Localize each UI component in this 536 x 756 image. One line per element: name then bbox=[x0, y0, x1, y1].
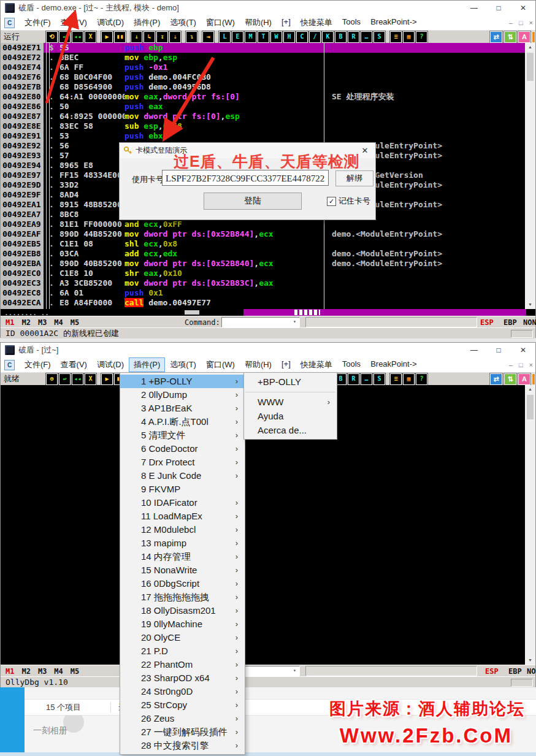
mdi-close-button[interactable]: × bbox=[529, 361, 533, 368]
menubar-item-9[interactable]: Tools bbox=[337, 357, 366, 372]
menubar-item-5[interactable]: 窗口(W) bbox=[201, 15, 240, 30]
view-executables-button[interactable]: E bbox=[232, 31, 243, 43]
view-source-button[interactable]: S bbox=[373, 31, 385, 43]
disasm-row[interactable]: 00492E87.64:8925 00000000mov dword ptr f… bbox=[1, 112, 526, 121]
help-icon[interactable]: ? bbox=[416, 31, 427, 43]
plugin-menu-item-5[interactable]: 5 清理文件› bbox=[120, 429, 245, 442]
menubar-item-8[interactable]: 快捷菜单 bbox=[296, 15, 337, 30]
help-icon[interactable]: ? bbox=[416, 373, 427, 385]
plugin-menu-item-16[interactable]: 16 0DbgScript› bbox=[120, 577, 245, 590]
plugin-menu-item-1[interactable]: 1 +BP-OLLY› bbox=[120, 375, 245, 388]
menubar-item-2[interactable]: 调试(D) bbox=[92, 357, 129, 372]
scrollbar-thumb[interactable] bbox=[527, 395, 534, 419]
appearance-icon[interactable]: ▦ bbox=[403, 373, 415, 385]
menubar-item-9[interactable]: Tools bbox=[337, 15, 366, 30]
trace-over-icon[interactable]: ⇣ bbox=[169, 31, 181, 43]
scroll-down-icon[interactable]: ▼ bbox=[528, 300, 532, 309]
memory-tab-M2[interactable]: M2 bbox=[21, 318, 30, 327]
view-runtrace-button[interactable]: … bbox=[361, 373, 372, 385]
combo-dropdown-icon[interactable]: ▾ bbox=[291, 666, 299, 674]
view-log-button[interactable]: L bbox=[219, 31, 231, 43]
plugin-menu-item-21[interactable]: 21 P.D› bbox=[120, 644, 245, 658]
disasm-row[interactable]: 00492EBA.890D 40B85200mov dword ptr ds:[… bbox=[1, 259, 526, 269]
menubar-item-7[interactable]: [+] bbox=[277, 357, 296, 372]
disasm-row[interactable]: 00492EC8.6A 01push 0x1 bbox=[1, 288, 526, 298]
view-references-button[interactable]: R bbox=[348, 31, 359, 43]
menubar-item-10[interactable]: BreakPoint-> bbox=[366, 15, 422, 30]
plugin-menu-item-17[interactable]: 17 拖拖拖拖拖拽› bbox=[120, 590, 245, 604]
plugin-menu-item-7[interactable]: 7 Drx Protect› bbox=[120, 456, 245, 469]
titlebar-top[interactable]: 破盾 - demo.exe - [过~ - 主线程, 模块 - demo] — … bbox=[1, 1, 535, 15]
memory-tab-M3[interactable]: M3 bbox=[38, 318, 47, 327]
menubar-item-10[interactable]: BreakPoint-> bbox=[366, 357, 422, 372]
debug-options-icon[interactable]: ≡ bbox=[390, 373, 402, 385]
sync-icon[interactable]: ⇄ bbox=[490, 373, 502, 385]
memory-tab-M4[interactable]: M4 bbox=[54, 667, 63, 676]
disasm-row[interactable]: 00492E80.64:A1 00000000mov eax,dword ptr… bbox=[1, 92, 526, 102]
appearance-icon[interactable]: ▦ bbox=[403, 31, 415, 43]
plugin-submenu-item-2[interactable]: WWW› bbox=[244, 395, 337, 409]
disasm-row[interactable]: 00492E86.50push eax bbox=[1, 102, 526, 112]
step-over-icon[interactable]: ↳ bbox=[144, 31, 155, 43]
disasm-row[interactable]: 00492E7B.68 D8564900push demo.004956D8 bbox=[1, 82, 526, 92]
plugin-menu-item-6[interactable]: 6 CodeDoctor› bbox=[120, 442, 245, 456]
plugin-menu-item-14[interactable]: 14 内存管理› bbox=[120, 550, 245, 563]
cpu-vertical-scrollbar[interactable]: ▲ ▼ bbox=[525, 385, 535, 665]
plugin-menu-item-18[interactable]: 18 OllyDisasm201› bbox=[120, 604, 245, 617]
disasm-row[interactable]: 00492E74.6A FFpush -0x1 bbox=[1, 63, 526, 72]
debug-options-icon[interactable]: ≡ bbox=[390, 31, 402, 43]
menubar-item-8[interactable]: 快捷菜单 bbox=[296, 357, 337, 372]
disasm-row[interactable]: 00492EB8.03CAadd ecx,edxdemo.<ModuleEntr… bbox=[1, 249, 526, 259]
goto-icon[interactable]: ⇥ bbox=[202, 31, 214, 43]
plugin-menu-item-15[interactable]: 15 NonaWrite› bbox=[120, 563, 245, 577]
view-references-button[interactable]: R bbox=[348, 373, 359, 385]
view-callstack-button[interactable]: K bbox=[322, 31, 334, 43]
view-threads-button[interactable]: T bbox=[258, 31, 269, 43]
memory-tab-M1[interactable]: M1 bbox=[6, 318, 14, 327]
mdi-restore-button[interactable]: □ bbox=[519, 19, 523, 26]
menubar-item-6[interactable]: 帮助(H) bbox=[240, 15, 277, 30]
plugin-menu-item-26[interactable]: 26 Zeus› bbox=[120, 712, 245, 725]
menubar-item-2[interactable]: 调试(D) bbox=[92, 15, 129, 30]
menubar-item-4[interactable]: 选项(T) bbox=[165, 15, 201, 30]
plugin-menu-item-19[interactable]: 19 0llyMachine› bbox=[120, 617, 245, 631]
memory-tab-M5[interactable]: M5 bbox=[71, 667, 79, 676]
plugin-submenu-item-3[interactable]: Ayuda bbox=[244, 409, 337, 423]
mdi-minimize-button[interactable]: – bbox=[509, 361, 513, 368]
menubar-item-3[interactable]: 插件(P) bbox=[129, 357, 165, 372]
rewind-icon[interactable]: ◂◂ bbox=[72, 31, 83, 43]
close-icon[interactable]: X bbox=[85, 31, 96, 43]
memory-tab-M1[interactable]: M1 bbox=[6, 667, 14, 676]
view-cpu-button[interactable]: C bbox=[296, 31, 308, 43]
view-breakpoints-button[interactable]: B bbox=[335, 31, 346, 43]
disasm-row[interactable]: 00492E76.68 B0C04F00push demo.004FC0B0 bbox=[1, 72, 526, 82]
disasm-row[interactable]: 00492ECA.E8 A84F0000call demo.00497E77 bbox=[1, 298, 526, 308]
view-memory-button[interactable]: M bbox=[245, 31, 256, 43]
menubar-item-6[interactable]: 帮助(H) bbox=[240, 357, 277, 372]
memory-tab-M3[interactable]: M3 bbox=[38, 667, 47, 676]
memory-tab-M4[interactable]: M4 bbox=[54, 318, 63, 327]
menubar-item-0[interactable]: 文件(F) bbox=[20, 357, 56, 372]
unbind-button[interactable]: 解绑 bbox=[335, 170, 373, 186]
mdi-close-button[interactable]: × bbox=[529, 19, 533, 26]
cpu-window-icon[interactable]: C bbox=[4, 18, 15, 28]
menubar-item-0[interactable]: 文件(F) bbox=[20, 15, 56, 30]
updown-icon[interactable]: ⇅ bbox=[504, 373, 516, 385]
plugin-menu-item-27[interactable]: 27 一键到解码段插件› bbox=[120, 725, 245, 739]
plugin-menu-item-13[interactable]: 13 mapimp› bbox=[120, 536, 245, 550]
plugin-menu-item-24[interactable]: 24 Str0ng0D› bbox=[120, 685, 245, 698]
memory-tab-M2[interactable]: M2 bbox=[21, 667, 30, 676]
run-icon[interactable]: ▶ bbox=[101, 31, 113, 43]
a-icon[interactable]: A bbox=[518, 31, 530, 43]
plugin-menu-item-8[interactable]: 8 E Junk Code› bbox=[120, 469, 245, 483]
pause-icon[interactable]: ▮▮ bbox=[114, 31, 126, 43]
disasm-row[interactable]: 00492EB5.C1E1 08shl ecx,0x8 bbox=[1, 239, 526, 249]
disasm-row[interactable]: 00492E71$55push ebp bbox=[1, 43, 526, 53]
plugin-menu-item-4[interactable]: 4 A.P.I.断.点T00l› bbox=[120, 415, 245, 429]
close-icon[interactable]: X bbox=[85, 373, 96, 385]
menubar-item-5[interactable]: 窗口(W) bbox=[201, 357, 240, 372]
remember-card-checkbox[interactable]: ✓ 记住卡号 bbox=[327, 196, 370, 207]
disasm-row[interactable]: 00492EAF.890D 44B85200mov dword ptr ds:[… bbox=[1, 229, 526, 239]
view-patches-button[interactable]: / bbox=[309, 31, 321, 43]
plugin-menu-item-20[interactable]: 20 OlyCE› bbox=[120, 631, 245, 644]
